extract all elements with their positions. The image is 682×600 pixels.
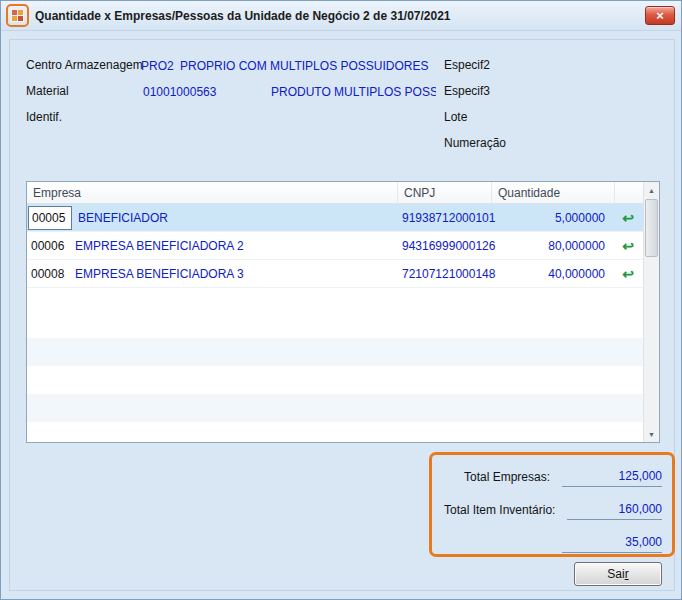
- close-button[interactable]: ×: [645, 6, 675, 25]
- row-return-arrow-icon[interactable]: ↩: [622, 239, 634, 253]
- centro-armazenagem-label: Centro Armazenagem: [26, 58, 143, 72]
- row-return-arrow-icon[interactable]: ↩: [622, 211, 634, 225]
- numeracao-label: Numeração: [444, 136, 506, 150]
- total-item-inventario-label: Total Item Inventário:: [444, 503, 555, 520]
- app-icon: [11, 9, 24, 22]
- empresas-grid: Empresa CNPJ Quantidade 00005 BENEFICIAD…: [26, 181, 660, 443]
- identif-label: Identif.: [26, 110, 62, 124]
- especif2-label: Especif2: [444, 58, 490, 72]
- scroll-up-icon[interactable]: ▲: [644, 182, 659, 198]
- lote-label: Lote: [444, 110, 467, 124]
- total-empresas-value: 125,000: [562, 469, 662, 487]
- total-item-inventario-row: Total Item Inventário: 160,000: [444, 498, 662, 520]
- cell-code: 00006: [27, 239, 69, 253]
- total-empresas-label: Total Empresas:: [464, 470, 550, 487]
- sair-button-hotkey: r: [625, 567, 629, 581]
- total-empresas-row: Total Empresas: 125,000: [444, 465, 662, 487]
- vertical-scrollbar[interactable]: ▲ ▼: [643, 182, 659, 442]
- column-header-empresa[interactable]: Empresa: [27, 182, 398, 203]
- total-extra-value: 35,000: [562, 535, 662, 553]
- annotation-icon-highlight: [6, 4, 29, 27]
- centro-armazenagem-code: PRO2: [141, 59, 174, 73]
- cell-code: 00008: [27, 267, 69, 281]
- scrollbar-thumb[interactable]: [645, 199, 658, 257]
- especif3-label: Especif3: [444, 84, 490, 98]
- cell-quantidade: 5,000000: [490, 211, 613, 225]
- cell-empresa: EMPRESA BENEFICIADORA 2: [69, 239, 396, 253]
- cell-quantidade: 80,000000: [490, 239, 613, 253]
- total-item-inventario-value: 160,000: [567, 502, 662, 520]
- material-label: Material: [26, 84, 69, 98]
- window-title: Quantidade x Empresas/Pessoas da Unidade…: [35, 9, 451, 23]
- material-code: 01001000563: [143, 85, 216, 99]
- row-return-arrow-icon[interactable]: ↩: [622, 267, 634, 281]
- table-row[interactable]: 00006 EMPRESA BENEFICIADORA 2 9431699900…: [27, 232, 643, 260]
- material-desc: PRODUTO MULTIPLOS POSSUID: [271, 85, 436, 99]
- grid-header: Empresa CNPJ Quantidade: [27, 182, 643, 204]
- scroll-down-icon[interactable]: ▼: [644, 426, 659, 442]
- cell-empresa: EMPRESA BENEFICIADORA 3: [69, 267, 396, 281]
- title-bar[interactable]: Quantidade x Empresas/Pessoas da Unidade…: [1, 1, 681, 31]
- table-row[interactable]: 00008 EMPRESA BENEFICIADORA 3 7210712100…: [27, 260, 643, 288]
- column-header-quantidade[interactable]: Quantidade: [492, 182, 615, 203]
- grid-empty-area: [27, 310, 643, 442]
- total-extra-row: 35,000: [444, 531, 662, 553]
- cell-cnpj: 72107121000148: [396, 267, 490, 281]
- sair-button[interactable]: Sair: [574, 562, 662, 586]
- cell-quantidade: 40,000000: [490, 267, 613, 281]
- column-header-actions: [615, 182, 643, 203]
- dialog-window: Quantidade x Empresas/Pessoas da Unidade…: [0, 0, 682, 600]
- cell-cnpj: 91938712000101: [396, 211, 490, 225]
- sair-button-label: Sai: [607, 567, 624, 581]
- close-icon: ×: [656, 9, 664, 22]
- cell-empresa: BENEFICIADOR: [72, 211, 396, 225]
- grid-body: 00005 BENEFICIADOR 91938712000101 5,0000…: [27, 204, 643, 442]
- table-row[interactable]: 00005 BENEFICIADOR 91938712000101 5,0000…: [27, 204, 643, 232]
- cell-cnpj: 94316999000126: [396, 239, 490, 253]
- column-header-cnpj[interactable]: CNPJ: [398, 182, 492, 203]
- cell-code-editbox[interactable]: 00005: [28, 206, 72, 230]
- centro-armazenagem-desc: PROPRIO COM MULTIPLOS POSSUIDORES: [180, 59, 428, 73]
